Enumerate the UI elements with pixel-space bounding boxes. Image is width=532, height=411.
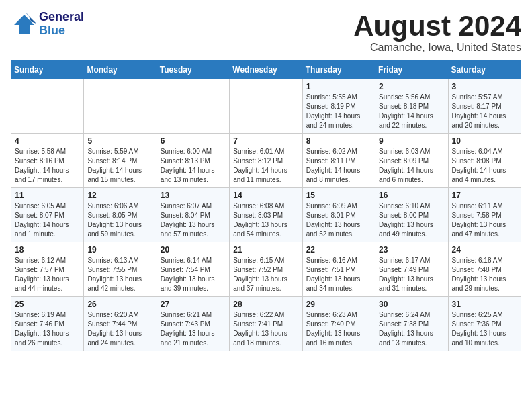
day-number: 16 [379,191,444,200]
cell-content: Sunrise: 6:25 AM Sunset: 7:36 PM Dayligh… [452,310,517,348]
calendar-cell: 15Sunrise: 6:09 AM Sunset: 8:01 PM Dayli… [302,188,375,242]
cell-content: Sunrise: 6:11 AM Sunset: 7:58 PM Dayligh… [452,201,517,239]
calendar-week-row: 4Sunrise: 5:58 AM Sunset: 8:16 PM Daylig… [11,134,521,188]
calendar-cell: 23Sunrise: 6:17 AM Sunset: 7:49 PM Dayli… [375,242,448,297]
cell-content: Sunrise: 6:15 AM Sunset: 7:52 PM Dayligh… [233,256,298,293]
day-number: 29 [306,300,371,309]
month-title: August 2024 [353,11,521,42]
cell-content: Sunrise: 6:09 AM Sunset: 8:01 PM Dayligh… [306,201,371,239]
calendar-week-row: 25Sunrise: 6:19 AM Sunset: 7:46 PM Dayli… [11,297,521,351]
logo-blue: Blue [39,24,84,38]
calendar-day-header: Monday [84,61,157,79]
cell-content: Sunrise: 6:18 AM Sunset: 7:48 PM Dayligh… [452,256,517,293]
day-number: 14 [233,191,298,200]
calendar-cell: 11Sunrise: 6:05 AM Sunset: 8:07 PM Dayli… [11,188,84,242]
day-number: 23 [379,245,444,255]
cell-content: Sunrise: 6:16 AM Sunset: 7:51 PM Dayligh… [306,256,371,293]
calendar-cell: 13Sunrise: 6:07 AM Sunset: 8:04 PM Dayli… [157,188,229,242]
calendar-cell: 19Sunrise: 6:13 AM Sunset: 7:55 PM Dayli… [84,242,157,297]
location-title: Camanche, Iowa, United States [353,42,521,54]
calendar-cell: 9Sunrise: 6:03 AM Sunset: 8:09 PM Daylig… [375,134,448,188]
cell-content: Sunrise: 6:07 AM Sunset: 8:04 PM Dayligh… [161,201,226,239]
day-number: 22 [306,245,371,255]
calendar-cell: 24Sunrise: 6:18 AM Sunset: 7:48 PM Dayli… [448,242,521,297]
calendar-week-row: 18Sunrise: 6:12 AM Sunset: 7:57 PM Dayli… [11,242,521,297]
cell-content: Sunrise: 6:08 AM Sunset: 8:03 PM Dayligh… [233,201,298,239]
day-number: 7 [233,136,298,146]
day-number: 19 [87,245,152,255]
calendar-cell: 7Sunrise: 6:01 AM Sunset: 8:12 PM Daylig… [230,134,302,188]
cell-content: Sunrise: 5:59 AM Sunset: 8:14 PM Dayligh… [87,147,152,185]
calendar-cell: 6Sunrise: 6:00 AM Sunset: 8:13 PM Daylig… [157,134,229,188]
day-number: 11 [15,191,80,200]
day-number: 3 [452,82,517,91]
day-number: 6 [161,136,226,146]
calendar-cell: 4Sunrise: 5:58 AM Sunset: 8:16 PM Daylig… [11,134,84,188]
calendar-cell [157,79,229,134]
day-number: 18 [15,245,80,255]
day-number: 20 [161,245,226,255]
calendar-day-header: Wednesday [230,61,302,79]
day-number: 27 [161,300,226,309]
cell-content: Sunrise: 6:23 AM Sunset: 7:40 PM Dayligh… [306,310,371,348]
calendar-cell: 21Sunrise: 6:15 AM Sunset: 7:52 PM Dayli… [230,242,302,297]
day-number: 25 [15,300,80,309]
header: General Blue August 2024 Camanche, Iowa,… [11,11,521,54]
cell-content: Sunrise: 6:05 AM Sunset: 8:07 PM Dayligh… [15,201,80,239]
calendar-day-header: Saturday [448,61,521,79]
cell-content: Sunrise: 6:21 AM Sunset: 7:43 PM Dayligh… [161,310,226,348]
day-number: 17 [452,191,517,200]
calendar-cell: 27Sunrise: 6:21 AM Sunset: 7:43 PM Dayli… [157,297,229,351]
cell-content: Sunrise: 5:56 AM Sunset: 8:18 PM Dayligh… [379,93,444,130]
cell-content: Sunrise: 6:14 AM Sunset: 7:54 PM Dayligh… [161,256,226,293]
day-number: 5 [87,136,152,146]
calendar-cell: 10Sunrise: 6:04 AM Sunset: 8:08 PM Dayli… [448,134,521,188]
calendar-cell: 26Sunrise: 6:20 AM Sunset: 7:44 PM Dayli… [84,297,157,351]
cell-content: Sunrise: 5:58 AM Sunset: 8:16 PM Dayligh… [15,147,80,185]
day-number: 15 [306,191,371,200]
cell-content: Sunrise: 6:20 AM Sunset: 7:44 PM Dayligh… [87,310,152,348]
calendar-cell: 16Sunrise: 6:10 AM Sunset: 8:00 PM Dayli… [375,188,448,242]
day-number: 2 [379,82,444,91]
day-number: 24 [452,245,517,255]
cell-content: Sunrise: 6:19 AM Sunset: 7:46 PM Dayligh… [15,310,80,348]
calendar-cell: 1Sunrise: 5:55 AM Sunset: 8:19 PM Daylig… [302,79,375,134]
calendar-week-row: 1Sunrise: 5:55 AM Sunset: 8:19 PM Daylig… [11,79,521,134]
cell-content: Sunrise: 6:06 AM Sunset: 8:05 PM Dayligh… [87,201,152,239]
day-number: 9 [379,136,444,146]
day-number: 28 [233,300,298,309]
cell-content: Sunrise: 5:57 AM Sunset: 8:17 PM Dayligh… [452,93,517,130]
day-number: 30 [379,300,444,309]
calendar-cell: 29Sunrise: 6:23 AM Sunset: 7:40 PM Dayli… [302,297,375,351]
calendar-cell: 14Sunrise: 6:08 AM Sunset: 8:03 PM Dayli… [230,188,302,242]
logo-general: General [39,11,84,24]
day-number: 8 [306,136,371,146]
calendar-cell [84,79,157,134]
calendar-day-header: Tuesday [157,61,229,79]
calendar-body: 1Sunrise: 5:55 AM Sunset: 8:19 PM Daylig… [11,79,521,351]
cell-content: Sunrise: 6:03 AM Sunset: 8:09 PM Dayligh… [379,147,444,185]
calendar-cell: 30Sunrise: 6:24 AM Sunset: 7:38 PM Dayli… [375,297,448,351]
cell-content: Sunrise: 6:24 AM Sunset: 7:38 PM Dayligh… [379,310,444,348]
calendar-day-header: Sunday [11,61,84,79]
cell-content: Sunrise: 6:04 AM Sunset: 8:08 PM Dayligh… [452,147,517,185]
calendar-cell: 5Sunrise: 5:59 AM Sunset: 8:14 PM Daylig… [84,134,157,188]
day-number: 10 [452,136,517,146]
day-number: 13 [161,191,226,200]
cell-content: Sunrise: 6:02 AM Sunset: 8:11 PM Dayligh… [306,147,371,185]
cell-content: Sunrise: 6:00 AM Sunset: 8:13 PM Dayligh… [161,147,226,185]
calendar-cell: 12Sunrise: 6:06 AM Sunset: 8:05 PM Dayli… [84,188,157,242]
calendar-cell: 2Sunrise: 5:56 AM Sunset: 8:18 PM Daylig… [375,79,448,134]
logo: General Blue [11,11,84,38]
cell-content: Sunrise: 5:55 AM Sunset: 8:19 PM Dayligh… [306,93,371,130]
day-number: 26 [87,300,152,309]
calendar-cell: 18Sunrise: 6:12 AM Sunset: 7:57 PM Dayli… [11,242,84,297]
calendar-cell [11,79,84,134]
calendar-day-header: Thursday [302,61,375,79]
calendar-cell: 8Sunrise: 6:02 AM Sunset: 8:11 PM Daylig… [302,134,375,188]
cell-content: Sunrise: 6:01 AM Sunset: 8:12 PM Dayligh… [233,147,298,185]
calendar-cell [230,79,302,134]
calendar-header-row: SundayMondayTuesdayWednesdayThursdayFrid… [11,61,521,79]
day-number: 21 [233,245,298,255]
cell-content: Sunrise: 6:22 AM Sunset: 7:41 PM Dayligh… [233,310,298,348]
